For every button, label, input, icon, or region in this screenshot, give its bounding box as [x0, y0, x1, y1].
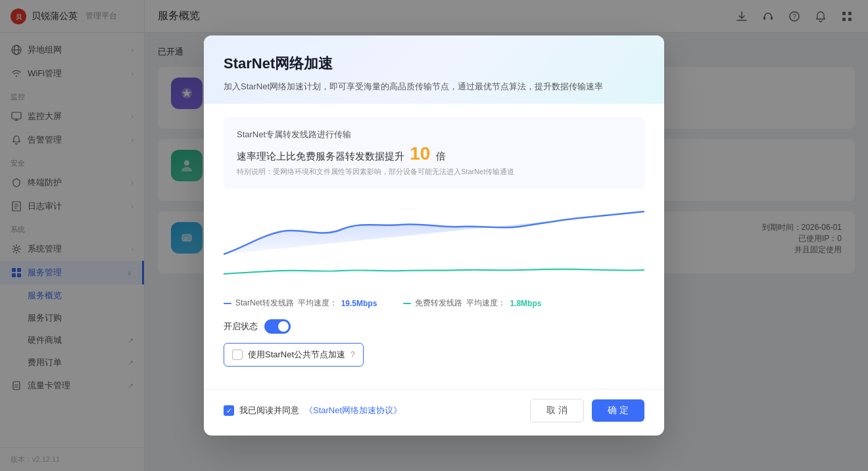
chart-labels: StarNet转发线路 平均速度： 19.5Mbps 免费转发线路 平均速度： … — [224, 298, 644, 309]
speed-suffix: 倍 — [436, 150, 446, 162]
starnet-line-label-item: StarNet转发线路 平均速度： 19.5Mbps — [224, 298, 377, 309]
speed-chart — [224, 202, 644, 287]
modal-overlay: StarNet网络加速 加入StarNet网络加速计划，即可享受海量的高品质传输… — [0, 0, 868, 471]
starnet-speed-prefix: 平均速度： — [298, 298, 337, 309]
free-speed-prefix: 平均速度： — [466, 298, 506, 309]
starnet-chart-label: StarNet转发线路 — [235, 298, 294, 309]
checkbox-label: 使用StarNet公共节点加速 — [248, 349, 345, 361]
toggle-row: 开启状态 — [224, 319, 644, 334]
agreement-row: ✓ 我已阅读并同意 《StarNet网络加速协议》 — [224, 405, 402, 416]
starnet-avg-speed: 19.5Mbps — [341, 299, 377, 308]
starnet-dot — [224, 303, 231, 304]
speed-prefix: 速率理论上比免费服务器转发数据提升 — [237, 150, 404, 162]
free-dot — [403, 303, 411, 304]
free-chart-label: 免费转发线路 — [415, 298, 462, 309]
agreement-link[interactable]: 《StarNet网络加速协议》 — [304, 405, 402, 416]
checkbox-public-node[interactable]: 使用StarNet公共节点加速 ? — [224, 343, 364, 367]
modal-body: StarNet专属转发线路进行传输 速率理论上比免费服务器转发数据提升 10 倍… — [204, 104, 664, 389]
speed-number: 10 — [410, 143, 430, 164]
modal-title: StarNet网络加速 — [224, 54, 644, 74]
starnet-modal: StarNet网络加速 加入StarNet网络加速计划，即可享受海量的高品质传输… — [204, 35, 664, 436]
starnet-info-box: StarNet专属转发线路进行传输 速率理论上比免费服务器转发数据提升 10 倍… — [224, 117, 644, 189]
modal-footer-left: ✓ 我已阅读并同意 《StarNet网络加速协议》 — [224, 405, 522, 416]
starnet-line-label: StarNet专属转发线路进行传输 — [237, 129, 631, 141]
toggle-label: 开启状态 — [224, 321, 258, 332]
modal-subtitle: 加入StarNet网络加速计划，即可享受海量的高品质传输节点，通过最优节点算法，… — [224, 80, 644, 94]
free-avg-speed: 1.8Mbps — [510, 299, 541, 308]
modal-header: StarNet网络加速 加入StarNet网络加速计划，即可享受海量的高品质传输… — [204, 35, 664, 104]
starnet-toggle[interactable] — [264, 319, 291, 334]
modal-footer: ✓ 我已阅读并同意 《StarNet网络加速协议》 取 消 确 定 — [204, 389, 664, 436]
speed-description: 速率理论上比免费服务器转发数据提升 10 倍 — [237, 143, 631, 164]
agreement-prefix: 我已阅读并同意 — [239, 405, 299, 416]
chart-svg — [224, 202, 644, 287]
checkbox-icon — [232, 349, 243, 360]
cancel-button[interactable]: 取 消 — [530, 399, 584, 422]
agreement-checkbox[interactable]: ✓ — [224, 405, 234, 416]
free-line-label-item: 免费转发线路 平均速度： 1.8Mbps — [403, 298, 541, 309]
help-circle-icon[interactable]: ? — [350, 350, 355, 359]
starnet-note: 特别说明：受网络环境和文件属性等因素影响，部分设备可能无法进入StarNet传输… — [237, 167, 631, 177]
confirm-button[interactable]: 确 定 — [592, 399, 644, 422]
